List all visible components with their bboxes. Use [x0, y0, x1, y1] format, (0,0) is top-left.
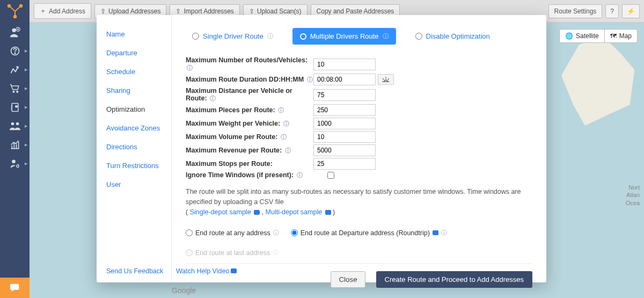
nav-avoidance[interactable]: Avoidance Zones — [97, 119, 171, 137]
svg-point-13 — [16, 122, 19, 125]
close-button[interactable]: Close — [331, 271, 365, 288]
import-icon: ⇪ — [175, 8, 181, 15]
sunset-icon — [382, 76, 390, 83]
end-route-radios: End route at any addressⓘ End route at D… — [186, 217, 532, 257]
help-icon[interactable]: ⓘ — [278, 107, 284, 113]
radio-end-last: End route at last address ⓘ — [186, 249, 279, 257]
route-settings-button[interactable]: Route Settings — [548, 4, 603, 18]
nav-turn-restrictions[interactable]: Turn Restrictions — [97, 156, 171, 175]
input-max-duration[interactable] — [313, 74, 376, 85]
rail-user-settings[interactable]: ▶ — [0, 154, 30, 173]
globe-icon: 🌐 — [565, 32, 573, 40]
help-icon[interactable]: ⓘ — [187, 64, 193, 71]
modal-body: Single Driver Routeⓘ Multiple Drivers Ro… — [172, 15, 546, 282]
label-ignore-tw: Ignore Time Windows (if present): ⓘ — [186, 171, 313, 179]
single-depot-sample-link[interactable]: Single-depot sample — [190, 208, 251, 216]
checkbox-ignore-tw[interactable] — [327, 172, 334, 179]
chat-button[interactable] — [0, 278, 30, 298]
download-icon — [254, 210, 260, 215]
label-max-weight: Maximum Weight per Vehicle: ⓘ — [186, 120, 313, 128]
optimization-mode-radios: Single Driver Routeⓘ Multiple Drivers Ro… — [192, 28, 532, 45]
help-icon[interactable]: ⓘ — [285, 147, 291, 154]
help-icon: ? — [610, 8, 614, 15]
svg-point-3 — [12, 28, 16, 32]
map-icon: 🗺 — [610, 32, 617, 40]
topbar-help-button[interactable]: ? — [605, 4, 619, 18]
modal-sidebar: Name Departure Schedule Sharing Optimiza… — [97, 15, 172, 282]
input-max-routes[interactable] — [313, 59, 376, 70]
duration-sunset-button[interactable] — [378, 74, 394, 85]
multi-depot-sample-link[interactable]: Multi-depot sample — [266, 208, 323, 216]
nav-directions[interactable]: Directions — [97, 137, 171, 156]
radio-single-driver[interactable]: Single Driver Routeⓘ — [192, 32, 273, 40]
video-icon — [433, 230, 438, 235]
rail-analytics[interactable]: ▶ — [0, 135, 30, 154]
nav-optimization[interactable]: Optimization — [97, 100, 171, 119]
map-type-toggle: 🌐Satellite 🗺Map — [559, 29, 638, 43]
radio-disable-optimization[interactable]: Disable Optimization — [415, 32, 490, 40]
help-icon[interactable]: ⓘ — [307, 76, 313, 83]
svg-point-14 — [12, 159, 16, 163]
help-icon[interactable]: ⓘ — [267, 32, 273, 40]
input-max-distance[interactable] — [313, 89, 376, 101]
nav-sharing[interactable]: Sharing — [97, 81, 171, 100]
bolt-icon: ⚡ — [627, 8, 635, 15]
help-icon[interactable]: ⓘ — [441, 229, 447, 237]
help-icon[interactable]: ⓘ — [283, 120, 289, 127]
help-icon[interactable]: ⓘ — [273, 229, 279, 237]
svg-point-11 — [16, 106, 16, 106]
topbar-bolt-button[interactable]: ⚡ — [622, 4, 640, 18]
label-max-volume: Maximum Volume per Route: ⓘ — [186, 133, 313, 141]
label-max-stops: Maximum Stops per Route: — [186, 160, 313, 168]
help-icon[interactable]: ⓘ — [383, 32, 389, 40]
rail-routes[interactable]: ▶ — [0, 60, 30, 79]
modal-footer: Close Create Route and Proceed to Add Ad… — [186, 263, 532, 288]
map-map-button[interactable]: 🗺Map — [605, 29, 638, 43]
radio-end-any[interactable]: End route at any addressⓘ — [186, 229, 279, 237]
svg-point-8 — [16, 91, 18, 92]
help-icon[interactable]: ⓘ — [210, 95, 216, 101]
nav-user[interactable]: User — [97, 175, 171, 194]
upload-icon: ⇪ — [100, 8, 106, 15]
nav-name[interactable]: Name — [97, 25, 171, 43]
help-icon: ⓘ — [273, 249, 279, 257]
description-text: The route will be split into as many sub… — [186, 187, 532, 217]
send-feedback-link[interactable]: Send Us Feedback — [106, 267, 163, 275]
map-satellite-button[interactable]: 🌐Satellite — [559, 29, 605, 43]
download-icon — [325, 210, 331, 215]
nav-schedule[interactable]: Schedule — [97, 62, 171, 81]
label-max-pieces: Maximum Pieces per Route: ⓘ — [186, 106, 313, 114]
rail-team[interactable]: ▶ — [0, 117, 30, 135]
rail-help[interactable]: ▶ — [0, 41, 30, 60]
input-max-revenue[interactable] — [313, 144, 376, 156]
svg-point-6 — [14, 53, 16, 54]
create-route-button[interactable]: Create Route and Proceed to Add Addresse… — [376, 271, 532, 288]
video-icon — [231, 268, 237, 273]
svg-point-15 — [16, 165, 18, 167]
rail-cart[interactable]: ▶ — [0, 79, 30, 98]
rail-addressbook[interactable]: ▶ — [0, 98, 30, 117]
label-max-routes: Maximum Number of Routes/Vehicles: ⓘ — [186, 56, 313, 72]
nav-departure[interactable]: Departure — [97, 43, 171, 62]
input-max-pieces[interactable] — [313, 104, 376, 116]
label-max-revenue: Maximum Revenue per Route: ⓘ — [186, 147, 313, 155]
route-settings-modal: Name Departure Schedule Sharing Optimiza… — [97, 15, 546, 282]
input-max-volume[interactable] — [313, 131, 376, 143]
rail-add-user[interactable] — [0, 23, 30, 41]
watch-help-video-link[interactable]: Watch Help Video — [176, 267, 237, 275]
left-rail: ▶ ▶ ▶ ▶ ▶ ▶ ▶ — [0, 0, 30, 298]
label-max-distance: Maximum Distance per Vehicle or Route: ⓘ — [186, 87, 313, 103]
map-ocean-label: Nort Atlan Ocea — [626, 184, 640, 207]
svg-point-12 — [11, 122, 14, 125]
optimization-form: Maximum Number of Routes/Vehicles: ⓘ Max… — [186, 56, 532, 179]
radio-end-departure[interactable]: End route at Departure address (Roundtri… — [291, 229, 447, 237]
input-max-weight[interactable] — [313, 118, 376, 129]
radio-multiple-drivers[interactable]: Multiple Drivers Routeⓘ — [292, 28, 396, 45]
help-icon[interactable]: ⓘ — [297, 172, 303, 178]
app-logo — [0, 0, 30, 23]
add-address-button[interactable]: ＋Add Address — [34, 3, 91, 19]
upload-icon: ⇪ — [249, 8, 254, 15]
input-max-stops[interactable] — [313, 158, 376, 170]
plus-icon: ＋ — [40, 6, 46, 16]
help-icon[interactable]: ⓘ — [281, 134, 287, 140]
